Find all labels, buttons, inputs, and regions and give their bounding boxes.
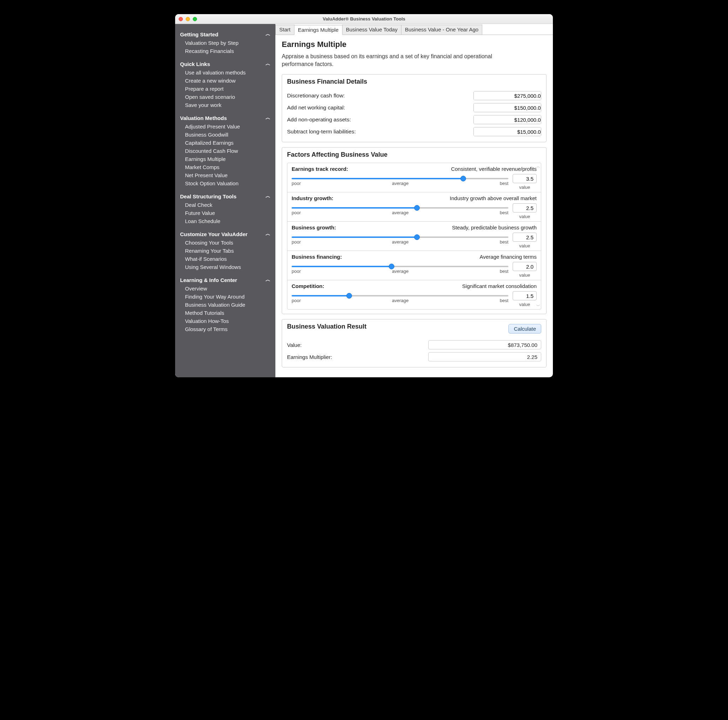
factor-value-box[interactable] xyxy=(512,203,537,212)
sidebar-item[interactable]: Valuation How-Tos xyxy=(179,317,272,325)
sidebar-item[interactable]: Use all valuation methods xyxy=(179,69,272,76)
sidebar-item[interactable]: Prepare a report xyxy=(179,85,272,93)
sidebar-item[interactable]: Adjusted Present Value xyxy=(179,122,272,131)
sidebar-item[interactable]: Method Tutorials xyxy=(179,309,272,317)
sidebar-section-label: Customize Your ValuAdder xyxy=(180,231,248,237)
sidebar-section-head[interactable]: Quick Links︿ xyxy=(179,58,272,69)
slider-min-label: poor xyxy=(292,239,301,245)
factor-value-box[interactable] xyxy=(512,232,537,242)
tab[interactable]: Start xyxy=(275,25,294,35)
slider-min-label: poor xyxy=(292,181,301,186)
sidebar-item[interactable]: Renaming Your Tabs xyxy=(179,247,272,255)
sidebar-item[interactable]: Valuation Step by Step xyxy=(179,39,272,47)
sidebar-section-head[interactable]: Getting Started︿ xyxy=(179,28,272,39)
factors-panel: Factors Affecting Business Value ︿ ﹀ Ear… xyxy=(282,147,546,314)
sidebar-item[interactable]: Create a new window xyxy=(179,76,272,85)
sidebar-item[interactable]: Discounted Cash Flow xyxy=(179,147,272,155)
sidebar-section-head[interactable]: Deal Structuring Tools︿ xyxy=(179,190,272,201)
sidebar-item[interactable]: Finding Your Way Around xyxy=(179,293,272,301)
sidebar-item[interactable]: Business Goodwill xyxy=(179,131,272,139)
sidebar-section-head[interactable]: Learning & Info Center︿ xyxy=(179,274,272,284)
factor-value-input[interactable] xyxy=(513,174,536,183)
result-row: Value:$873,750.00 xyxy=(287,339,541,351)
sidebar-item[interactable]: Using Several Windows xyxy=(179,263,272,271)
field-label: Subtract long-term liabilities: xyxy=(287,128,356,135)
page-lead: Appraise a business based on its earning… xyxy=(282,53,508,68)
factor-value-input[interactable] xyxy=(513,204,536,212)
sidebar-item[interactable]: Net Present Value xyxy=(179,171,272,179)
sidebar-item[interactable]: Loan Schedule xyxy=(179,217,272,225)
sidebar-item[interactable]: Overview xyxy=(179,284,272,293)
field-label: Add net working capital: xyxy=(287,104,345,111)
factor-value-input[interactable] xyxy=(513,292,536,300)
factor-description: Industry growth above overall market xyxy=(446,195,537,201)
factors-panel-title: Factors Affecting Business Value xyxy=(287,151,541,159)
factor-slider[interactable] xyxy=(292,207,508,209)
sidebar-item[interactable]: Market Comps xyxy=(179,163,272,171)
currency-stepper[interactable]: ▲▼ xyxy=(473,127,541,136)
tab[interactable]: Business Value Today xyxy=(342,25,401,35)
currency-input[interactable] xyxy=(474,92,541,100)
factor-value-input[interactable] xyxy=(513,233,536,242)
factor-slider[interactable] xyxy=(292,178,508,179)
value-label: value xyxy=(519,214,530,219)
factor-slider[interactable] xyxy=(292,266,508,267)
app-window: ValuAdder® Business Valuation Tools Gett… xyxy=(175,14,553,377)
sidebar-item[interactable]: Open saved scenario xyxy=(179,93,272,101)
currency-stepper[interactable]: ▲▼ xyxy=(473,103,541,112)
field-label: Discretionary cash flow: xyxy=(287,92,345,99)
factor-slider[interactable] xyxy=(292,237,508,238)
sidebar-item[interactable]: Deal Check xyxy=(179,201,272,209)
financial-panel: Business Financial Details Discretionary… xyxy=(282,74,546,142)
slider-min-label: poor xyxy=(292,210,301,215)
slider-mid-label: average xyxy=(392,269,408,274)
sidebar-item[interactable]: Earnings Multiple xyxy=(179,155,272,163)
factor-value-input[interactable] xyxy=(513,262,536,271)
sidebar-section-label: Learning & Info Center xyxy=(180,277,237,283)
sidebar-section-label: Valuation Methods xyxy=(180,115,227,121)
chevron-up-icon: ︿ xyxy=(266,61,271,67)
slider-max-label: best xyxy=(500,210,508,215)
sidebar-item[interactable]: Business Valuation Guide xyxy=(179,301,272,309)
currency-stepper[interactable]: ▲▼ xyxy=(473,91,541,100)
factor-description: Consistent, verifiable revenue/profits xyxy=(447,166,537,172)
slider-max-label: best xyxy=(500,181,508,186)
sidebar-item[interactable]: What-if Scenarios xyxy=(179,255,272,263)
sidebar-item[interactable]: Recasting Financials xyxy=(179,47,272,55)
sidebar-item[interactable]: Stock Option Valuation xyxy=(179,179,272,187)
slider-min-label: poor xyxy=(292,269,301,274)
window-title: ValuAdder® Business Valuation Tools xyxy=(175,16,553,21)
sidebar-item[interactable]: Future Value xyxy=(179,209,272,217)
slider-max-label: best xyxy=(500,239,508,245)
factor-row: Competition:Significant market consolida… xyxy=(288,280,541,309)
result-output: $873,750.00 xyxy=(428,340,541,349)
factors-scroll[interactable]: ︿ ﹀ Earnings track record:Consistent, ve… xyxy=(287,163,541,310)
tab[interactable]: Earnings Multiple xyxy=(294,25,343,35)
currency-input[interactable] xyxy=(474,115,541,124)
chevron-up-icon: ︿ xyxy=(266,231,271,237)
sidebar-item[interactable]: Save your work xyxy=(179,101,272,109)
factor-value-box[interactable] xyxy=(512,174,537,183)
slider-mid-label: average xyxy=(392,181,408,186)
chevron-up-icon: ︿ xyxy=(266,277,271,283)
sidebar-section-head[interactable]: Customize Your ValuAdder︿ xyxy=(179,228,272,238)
factor-row: Business growth:Steady, predictable busi… xyxy=(288,222,541,251)
currency-input[interactable] xyxy=(474,103,541,112)
result-row: Earnings Multiplier:2.25 xyxy=(287,351,541,363)
sidebar: Getting Started︿Valuation Step by StepRe… xyxy=(175,24,275,377)
sidebar-item[interactable]: Choosing Your Tools xyxy=(179,238,272,247)
slider-max-label: best xyxy=(500,269,508,274)
result-panel-title: Business Valuation Result xyxy=(287,323,367,330)
factor-slider[interactable] xyxy=(292,295,508,297)
factor-value-box[interactable] xyxy=(512,262,537,271)
currency-stepper[interactable]: ▲▼ xyxy=(473,115,541,124)
calculate-button[interactable]: Calculate xyxy=(508,324,541,333)
sidebar-item[interactable]: Glossary of Terms xyxy=(179,325,272,333)
sidebar-section-head[interactable]: Valuation Methods︿ xyxy=(179,112,272,122)
sidebar-item[interactable]: Capitalized Earnings xyxy=(179,139,272,147)
tab[interactable]: Business Value - One Year Ago xyxy=(401,25,482,35)
factor-value-box[interactable] xyxy=(512,291,537,300)
factor-name: Industry growth: xyxy=(292,195,333,201)
currency-input[interactable] xyxy=(474,127,541,136)
sidebar-section-label: Getting Started xyxy=(180,31,218,37)
